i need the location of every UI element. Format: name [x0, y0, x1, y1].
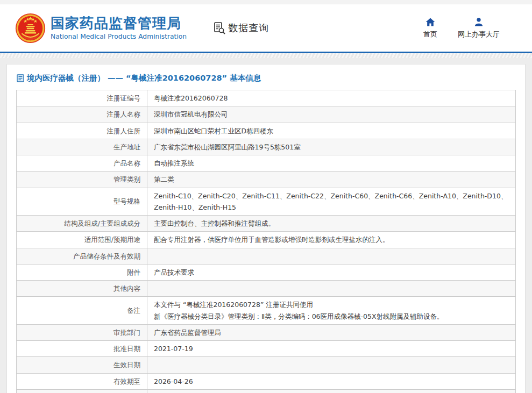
- row-label: 备注: [17, 297, 147, 325]
- page-title: 境内医疗器械（注册） —— “粤械注准20162060728” 基本信息: [16, 70, 516, 90]
- row-label: 其他内容: [17, 281, 147, 297]
- row-label: 批准日期: [17, 341, 147, 357]
- table-row: 注册证编号粤械注准20162060728: [17, 90, 516, 106]
- row-value: 第二类: [147, 172, 516, 188]
- table-row: 注册人住所深圳市南山区蛇口荣村工业区D栋四楼东: [17, 123, 516, 139]
- org-name-zh: 国家药品监督管理局: [51, 16, 187, 32]
- document-search-icon: [212, 21, 226, 35]
- table-row: 审批部门广东省药品监督管理局: [17, 324, 516, 340]
- table-row: 有效期至2026-04-26: [17, 373, 516, 389]
- row-value: 配合专用注射器，供医疗单位用于血管造影或增强时造影剂或生理盐水的注入。: [147, 232, 516, 248]
- table-row: 产品名称自动推注系统: [17, 155, 516, 172]
- row-label: 审批部门: [17, 324, 147, 340]
- row-value: 广东省东莞市松山湖园区阿里山路19号5栋501室: [147, 139, 516, 155]
- table-row: 产品储存条件及有效期: [17, 248, 516, 264]
- row-value: [147, 389, 516, 393]
- row-label: 生效日期: [17, 357, 147, 373]
- nav-service-hall-label: 网上办事大厅: [458, 30, 500, 39]
- row-label: 附件: [17, 264, 147, 280]
- nav-home[interactable]: 首页: [423, 17, 437, 39]
- row-label: 注册人住所: [17, 123, 147, 139]
- national-emblem-icon: [15, 13, 46, 44]
- row-label: 结构及组成/主要组成成分: [17, 216, 147, 232]
- org-name-en: National Medical Products Administration: [51, 33, 187, 40]
- row-value: 广东省药品监督管理局: [147, 324, 516, 340]
- row-label: 变更情况: [17, 389, 147, 393]
- table-row: 生产地址广东省东莞市松山湖园区阿里山路19号5栋501室: [17, 139, 516, 155]
- data-query-section[interactable]: 数据查询: [212, 21, 269, 35]
- table-row: 结构及组成/主要组成成分主要由控制台、主控制器和推注臂组成。: [17, 216, 516, 232]
- row-label: 型号规格: [17, 188, 147, 216]
- top-strip: [0, 0, 532, 4]
- registration-info-table: 注册证编号粤械注准20162060728注册人名称深圳市信冠机电有限公司注册人住…: [16, 90, 516, 393]
- row-label: 注册证编号: [17, 90, 147, 106]
- row-value: 自动推注系统: [147, 155, 516, 172]
- info-table-body: 注册证编号粤械注准20162060728注册人名称深圳市信冠机电有限公司注册人住…: [17, 90, 516, 393]
- row-value: Zenith-C10、Zenith-C20、Zenith-C11、Zenith-…: [147, 188, 516, 216]
- table-row: 适用范围/预期用途配合专用注射器，供医疗单位用于血管造影或增强时造影剂或生理盐水…: [17, 232, 516, 248]
- row-label: 产品名称: [17, 155, 147, 172]
- page-title-text: 境内医疗器械（注册） —— “粤械注准20162060728” 基本信息: [27, 73, 261, 83]
- table-row: 管理类别第二类: [17, 172, 516, 188]
- row-value: 本文件与 “粤械注准20162060728” 注册证共同使用 新《医疗器械分类目…: [147, 297, 516, 325]
- home-icon: [425, 17, 436, 27]
- row-label: 管理类别: [17, 172, 147, 188]
- row-label: 适用范围/预期用途: [17, 232, 147, 248]
- detail-panel: 境内医疗器械（注册） —— “粤械注准20162060728” 基本信息 注册证…: [6, 64, 526, 393]
- table-row: 备注本文件与 “粤械注准20162060728” 注册证共同使用 新《医疗器械分…: [17, 297, 516, 325]
- row-value: 深圳市南山区蛇口荣村工业区D栋四楼东: [147, 123, 516, 139]
- header-nav: 首页 网上办事大厅: [423, 17, 500, 39]
- document-icon: [17, 74, 24, 82]
- row-value: 粤械注准20162060728: [147, 90, 516, 106]
- site-header: 国家药品监督管理局 National Medical Products Admi…: [0, 4, 532, 52]
- row-value: [147, 281, 516, 297]
- table-row: 批准日期2021-07-19: [17, 341, 516, 357]
- row-value: [147, 357, 516, 373]
- table-row: 生效日期: [17, 357, 516, 373]
- row-value: [147, 248, 516, 264]
- table-row: 变更情况: [17, 389, 516, 393]
- row-label: 有效期至: [17, 373, 147, 389]
- row-label: 产品储存条件及有效期: [17, 248, 147, 264]
- row-label: 注册人名称: [17, 106, 147, 123]
- row-label: 生产地址: [17, 139, 147, 155]
- main-area: 境内医疗器械（注册） —— “粤械注准20162060728” 基本信息 注册证…: [0, 58, 532, 393]
- row-value: 2026-04-26: [147, 373, 516, 389]
- striped-divider: [0, 53, 532, 58]
- row-value: 2021-07-19: [147, 341, 516, 357]
- table-row: 附件产品技术要求: [17, 264, 516, 280]
- table-row: 其他内容: [17, 281, 516, 297]
- row-value: 主要由控制台、主控制器和推注臂组成。: [147, 216, 516, 232]
- nav-home-label: 首页: [423, 30, 437, 39]
- table-row: 注册人名称深圳市信冠机电有限公司: [17, 106, 516, 123]
- table-row: 型号规格Zenith-C10、Zenith-C20、Zenith-C11、Zen…: [17, 188, 516, 216]
- row-value: 深圳市信冠机电有限公司: [147, 106, 516, 123]
- person-icon: [473, 17, 484, 27]
- row-value: 产品技术要求: [147, 264, 516, 280]
- site-logo[interactable]: 国家药品监督管理局 National Medical Products Admi…: [15, 13, 187, 44]
- nav-service-hall[interactable]: 网上办事大厅: [458, 17, 500, 39]
- org-names: 国家药品监督管理局 National Medical Products Admi…: [51, 16, 187, 40]
- data-query-label: 数据查询: [228, 22, 269, 34]
